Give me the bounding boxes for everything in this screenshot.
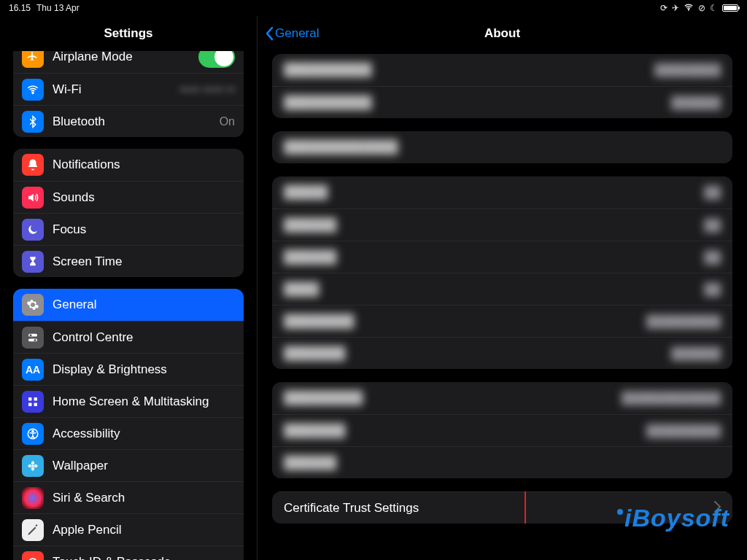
- about-row[interactable]: ███████: [272, 176, 732, 209]
- back-button[interactable]: General: [265, 26, 319, 41]
- svg-rect-9: [34, 402, 38, 406]
- sidebar-item-touchid[interactable]: Touch ID & Passcode: [13, 545, 244, 560]
- status-time: 16.15: [9, 3, 31, 13]
- about-row-value: █████████: [646, 424, 721, 438]
- about-row[interactable]: ██████: [272, 446, 732, 478]
- sidebar-item-label: Sounds: [53, 190, 235, 205]
- dnd-moon-icon: ☾: [710, 3, 718, 13]
- sidebar-item-accessibility[interactable]: Accessibility: [13, 417, 244, 449]
- detail-title: About: [258, 26, 747, 41]
- cert-label: Certificate Trust Settings: [284, 501, 708, 516]
- pencil-icon: [22, 519, 44, 541]
- about-group-2: █████████████: [272, 131, 732, 163]
- sidebar-item-notifications[interactable]: Notifications: [13, 149, 244, 181]
- about-row-value: ██: [704, 251, 721, 264]
- chevron-left-icon: [265, 26, 274, 41]
- sidebar-item-pencil[interactable]: Apple Pencil: [13, 513, 244, 545]
- sidebar-item-airplane[interactable]: Airplane Mode: [13, 51, 244, 73]
- sidebar-group-attention: Notifications Sounds Focus: [13, 149, 244, 277]
- about-row[interactable]: █████████████████████: [272, 382, 732, 414]
- sidebar-item-label: Control Centre: [53, 330, 235, 345]
- status-date: Thu 13 Apr: [36, 3, 80, 13]
- sidebar-item-home-multitask[interactable]: Home Screen & Multitasking: [13, 385, 244, 417]
- sidebar-item-control-centre[interactable]: Control Centre: [13, 321, 244, 353]
- svg-point-12: [32, 464, 34, 467]
- battery-icon: [722, 4, 738, 12]
- sidebar-item-screentime[interactable]: Screen Time: [13, 245, 244, 277]
- sidebar-item-label: Siri & Search: [53, 491, 235, 505]
- airplane-icon: ✈︎: [672, 3, 679, 13]
- about-row-label: █████████████: [284, 140, 721, 155]
- detail-header: General About: [258, 16, 747, 51]
- settings-sidebar: Settings Airplane Mode: [0, 16, 257, 560]
- bell-icon: [22, 154, 44, 176]
- svg-point-5: [34, 338, 36, 341]
- sidebar-item-label: Wallpaper: [53, 459, 235, 473]
- about-row-value: ████████████: [622, 392, 721, 405]
- fingerprint-icon: [22, 551, 44, 561]
- svg-rect-8: [28, 402, 32, 406]
- about-row-label: ██████: [284, 250, 704, 265]
- about-row-label: ██████: [284, 218, 704, 233]
- about-row[interactable]: ████████: [272, 209, 732, 241]
- sidebar-item-label: Airplane Mode: [53, 51, 198, 64]
- back-label: General: [275, 26, 319, 41]
- sidebar-item-label: General: [53, 298, 235, 312]
- about-row[interactable]: ██████: [272, 273, 732, 305]
- sidebar-item-label: Apple Pencil: [53, 523, 235, 537]
- detail-pane: General About ██████████ ████████ ██████…: [257, 16, 747, 560]
- about-row[interactable]: ██████████ ████████: [272, 54, 732, 86]
- about-group-4: █████████████████████ ████████████████ █…: [272, 382, 732, 478]
- sidebar-item-label: Screen Time: [53, 254, 235, 269]
- sidebar-item-label: Touch ID & Passcode: [53, 555, 235, 561]
- about-row-value: █████████: [646, 315, 721, 328]
- about-row[interactable]: ████████: [272, 241, 732, 273]
- svg-rect-6: [28, 397, 32, 401]
- about-row[interactable]: ██████████ ██████: [272, 86, 732, 118]
- sidebar-group-connectivity: Airplane Mode Wi-Fi ••••• ••••• ••: [13, 51, 244, 137]
- wifi-value: ••••• ••••• ••: [179, 83, 235, 96]
- about-row-value: ██: [704, 283, 721, 296]
- about-row-value: ██: [704, 219, 721, 232]
- about-row[interactable]: ████████████████: [272, 414, 732, 446]
- wifi-icon: [22, 79, 44, 101]
- siri-icon: [22, 487, 44, 509]
- about-row-label: █████████: [284, 391, 622, 405]
- sidebar-item-wifi[interactable]: Wi-Fi ••••• ••••• ••: [13, 73, 244, 105]
- about-row[interactable]: █████████████: [272, 337, 732, 369]
- sidebar-item-display[interactable]: AA Display & Brightness: [13, 353, 244, 385]
- gear-icon: [22, 294, 44, 316]
- about-row-label: ██████████: [284, 96, 671, 110]
- bluetooth-value: On: [220, 115, 235, 128]
- svg-point-1: [32, 92, 34, 93]
- sidebar-title: Settings: [0, 16, 257, 51]
- hourglass-icon: [22, 251, 44, 273]
- chevron-right-icon: [714, 501, 721, 516]
- wifi-icon: [684, 2, 694, 15]
- sidebar-item-label: Notifications: [53, 158, 235, 172]
- sidebar-group-general: General Control Centre AA Display & Brig…: [13, 289, 244, 560]
- about-row[interactable]: █████████████: [272, 131, 732, 163]
- svg-point-0: [688, 9, 689, 9]
- sidebar-item-label: Focus: [53, 222, 235, 237]
- airplane-toggle[interactable]: [198, 51, 235, 68]
- sidebar-item-general[interactable]: General: [13, 289, 244, 321]
- about-row[interactable]: █████████████████: [272, 305, 732, 337]
- about-group-1: ██████████ ████████ ██████████ ██████: [272, 54, 732, 118]
- sync-icon: ⟳: [660, 3, 667, 13]
- flower-icon: [22, 455, 44, 477]
- about-group-cert: Certificate Trust Settings: [272, 491, 732, 524]
- toggles-icon: [22, 327, 44, 349]
- about-row-value: ██████: [671, 347, 721, 360]
- about-row-label: ████████: [284, 314, 646, 329]
- sidebar-item-bluetooth[interactable]: Bluetooth On: [13, 105, 244, 137]
- sidebar-item-sounds[interactable]: Sounds: [13, 181, 244, 213]
- accessibility-icon: [22, 423, 44, 445]
- sidebar-item-focus[interactable]: Focus: [13, 213, 244, 245]
- about-row-label: ██████████: [284, 63, 654, 77]
- sidebar-item-label: Home Screen & Multitasking: [53, 394, 235, 409]
- certificate-trust-settings-row[interactable]: Certificate Trust Settings: [272, 491, 732, 524]
- sidebar-item-wallpaper[interactable]: Wallpaper: [13, 449, 244, 481]
- sidebar-item-siri[interactable]: Siri & Search: [13, 481, 244, 513]
- grid-icon: [22, 391, 44, 413]
